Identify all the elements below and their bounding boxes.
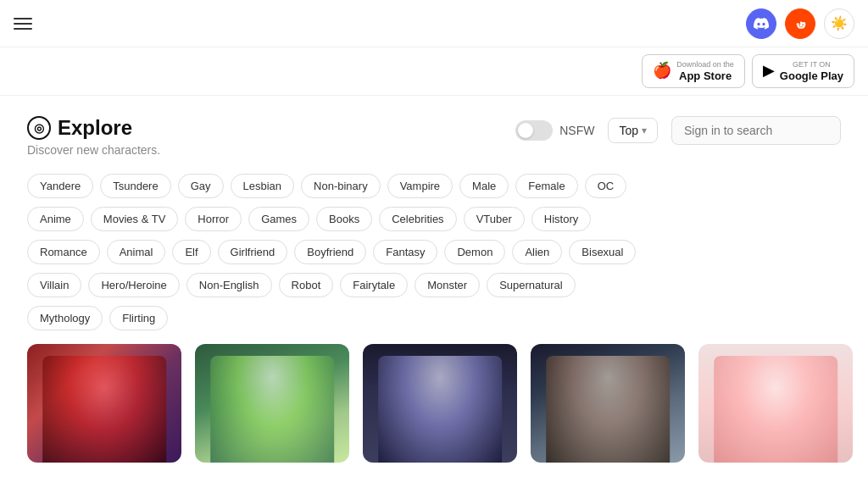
tag-button[interactable]: Non-English [186,273,272,297]
app-store-name: App Store [676,69,734,83]
topbar-left [14,18,32,30]
tag-button[interactable]: Alien [512,240,562,264]
tag-button[interactable]: Games [248,207,309,231]
tag-button[interactable]: Supernatural [487,273,575,297]
tag-button[interactable]: Movies & TV [91,207,178,231]
tag-button[interactable]: Female [515,174,577,198]
apple-icon: 🍎 [653,62,671,80]
tag-button[interactable]: Tsundere [100,174,170,198]
store-bar: 🍎 Download on the App Store ▶ GET IT ON … [0,47,868,96]
header-controls: NSFW Top ▾ [515,116,841,145]
reddit-button[interactable] [785,8,815,39]
tag-row: MythologyFlirting [27,306,841,330]
explore-icon: ◎ [27,116,51,140]
character-cards [27,344,841,463]
page-subtitle: Discover new characters. [27,143,160,157]
tag-button[interactable]: Animal [107,240,166,264]
page-title: ◎ Explore [27,116,160,140]
tag-button[interactable]: Girlfriend [218,240,288,264]
nsfw-label: NSFW [559,124,594,137]
tag-button[interactable]: Books [316,207,372,231]
google-play-name: Google Play [780,69,843,83]
tag-button[interactable]: Elf [172,240,210,264]
character-card[interactable] [363,344,517,463]
nsfw-control: NSFW [515,120,594,141]
tag-button[interactable]: Monster [415,273,480,297]
tag-button[interactable]: Boyfriend [294,240,366,264]
character-card[interactable] [531,344,685,463]
tag-button[interactable]: Mythology [27,306,103,330]
app-store-button[interactable]: 🍎 Download on the App Store [642,54,745,88]
tag-button[interactable]: OC [585,174,627,198]
google-play-icon: ▶ [763,62,775,80]
character-card[interactable] [698,344,853,463]
tag-button[interactable]: Romance [27,240,100,264]
tag-button[interactable]: Male [459,174,509,198]
tag-button[interactable]: Flirting [109,306,168,330]
tag-button[interactable]: Demon [444,240,505,264]
google-play-pre: GET IT ON [780,60,843,69]
tag-row: VillainHero/HeroineNon-EnglishRobotFairy… [27,273,841,297]
character-card[interactable] [27,344,181,463]
google-play-button[interactable]: ▶ GET IT ON Google Play [752,54,854,88]
main-content: ◎ Explore Discover new characters. NSFW … [0,96,868,463]
tag-button[interactable]: Fairytale [340,273,408,297]
tag-button[interactable]: Hero/Heroine [88,273,179,297]
tag-button[interactable]: Fantasy [373,240,437,264]
app-store-pre: Download on the [676,60,734,69]
tag-button[interactable]: Robot [279,273,334,297]
tag-button[interactable]: Non-binary [301,174,381,198]
page-header: ◎ Explore Discover new characters. NSFW … [27,116,841,157]
character-card[interactable] [195,344,349,463]
tag-button[interactable]: History [531,207,591,231]
tag-button[interactable]: Vampire [387,174,453,198]
tag-button[interactable]: Anime [27,207,84,231]
topbar: ☀️ [0,0,868,47]
tag-button[interactable]: Lesbian [231,174,295,198]
tag-button[interactable]: Gay [178,174,224,198]
menu-icon[interactable] [14,18,32,30]
sort-dropdown[interactable]: Top ▾ [608,118,658,143]
tag-button[interactable]: Villain [27,273,81,297]
sort-label: Top [619,124,638,137]
tag-row: RomanceAnimalElfGirlfriendBoyfriendFanta… [27,240,841,264]
theme-toggle-button[interactable]: ☀️ [824,8,854,39]
topbar-right: ☀️ [746,8,854,39]
nsfw-toggle[interactable] [515,120,553,141]
discord-button[interactable] [746,8,776,39]
tag-button[interactable]: Horror [185,207,242,231]
tag-button[interactable]: Yandere [27,174,93,198]
tag-button[interactable]: Bisexual [569,240,636,264]
tag-row: AnimeMovies & TVHorrorGamesBooksCelebrit… [27,207,841,231]
chevron-down-icon: ▾ [642,125,647,136]
title-block: ◎ Explore Discover new characters. [27,116,160,157]
tag-button[interactable]: VTuber [464,207,525,231]
search-input[interactable] [671,116,841,145]
tag-button[interactable]: Celebrities [379,207,456,231]
tag-filters: YandereTsundereGayLesbianNon-binaryVampi… [27,174,841,330]
tag-row: YandereTsundereGayLesbianNon-binaryVampi… [27,174,841,198]
